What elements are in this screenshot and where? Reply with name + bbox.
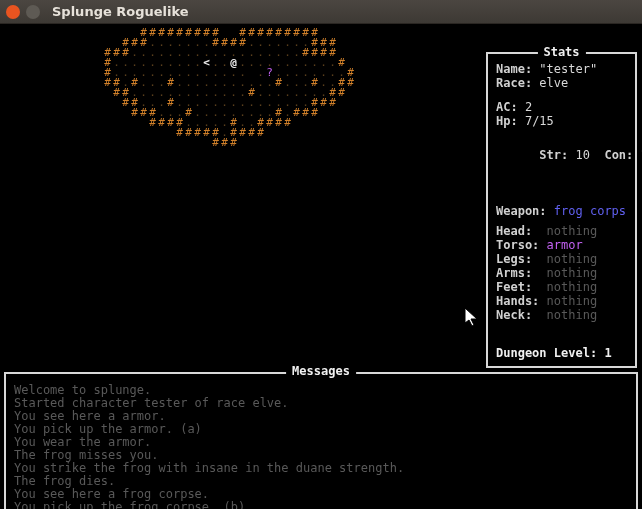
dungeon-map[interactable]: ######### ######### ###.......####......… <box>4 28 484 348</box>
name-value: "tester" <box>539 62 597 76</box>
stats-panel-title: Stats <box>537 45 585 59</box>
slot-label: Head: <box>496 224 547 238</box>
slot-label: Torso: <box>496 238 547 252</box>
slot-label: Feet: <box>496 280 547 294</box>
weapon-value: frog corps <box>554 204 626 218</box>
dungeon-level-value: 1 <box>604 346 611 360</box>
game-viewport: ######### ######### ###.......####......… <box>0 24 642 509</box>
slot-value: armor <box>547 238 583 252</box>
equip-slot: Arms: nothing <box>496 266 627 280</box>
equip-slot: Feet: nothing <box>496 280 627 294</box>
messages-panel: Messages Welcome to splunge.Started char… <box>4 372 638 509</box>
dungeon-level-label: Dungeon Level: <box>496 346 597 360</box>
minimize-icon[interactable] <box>26 5 40 19</box>
hp-label: Hp: <box>496 114 518 128</box>
race-value: elve <box>539 76 568 90</box>
slot-value: nothing <box>547 252 598 266</box>
race-label: Race: <box>496 76 532 90</box>
equip-slot: Legs: nothing <box>496 252 627 266</box>
hp-value: 7/15 <box>525 114 554 128</box>
equip-slot: Torso: armor <box>496 238 627 252</box>
slot-value: nothing <box>547 266 598 280</box>
messages-panel-title: Messages <box>286 365 356 378</box>
slot-label: Legs: <box>496 252 547 266</box>
stats-panel: Stats Name: "tester" Race: elve AC: 2 Hp… <box>486 52 637 368</box>
message-log: Welcome to splunge.Started character tes… <box>14 384 628 509</box>
str-value: 10 <box>576 148 590 162</box>
slot-label: Arms: <box>496 266 547 280</box>
con-label: Con: <box>604 148 633 162</box>
equip-slot: Neck: nothing <box>496 308 627 322</box>
name-label: Name: <box>496 62 532 76</box>
ac-label: AC: <box>496 100 518 114</box>
slot-value: nothing <box>547 294 598 308</box>
message-line: You pick up the frog corpse. (b) <box>14 501 628 509</box>
slot-value: nothing <box>547 280 598 294</box>
slot-label: Hands: <box>496 294 547 308</box>
slot-label: Neck: <box>496 308 547 322</box>
window-titlebar: Splunge Roguelike <box>0 0 642 24</box>
equip-slot: Head: nothing <box>496 224 627 238</box>
weapon-label: Weapon: <box>496 204 547 218</box>
window-title: Splunge Roguelike <box>52 4 189 19</box>
slot-value: nothing <box>547 224 598 238</box>
slot-value: nothing <box>547 308 598 322</box>
equip-slot: Hands: nothing <box>496 294 627 308</box>
ac-value: 2 <box>525 100 532 114</box>
close-icon[interactable] <box>6 5 20 19</box>
str-label: Str: <box>539 148 568 162</box>
